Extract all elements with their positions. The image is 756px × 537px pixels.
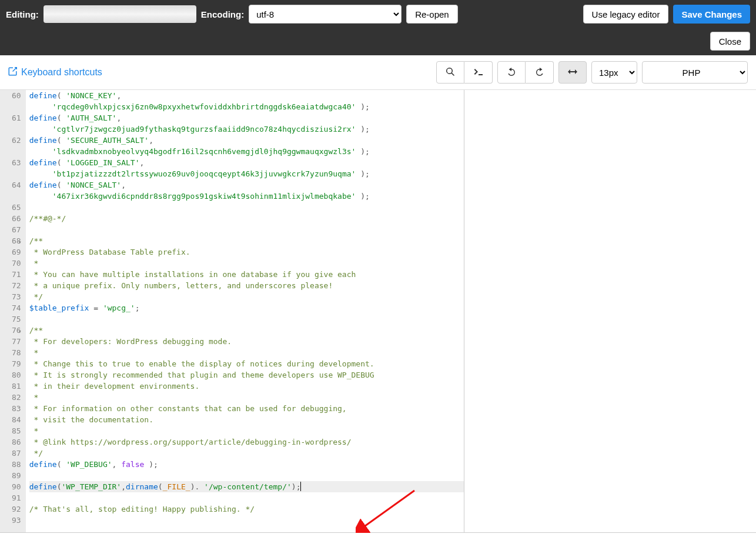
code-line[interactable]: * You can have multiple installations in…: [29, 269, 464, 280]
arrows-horizontal-icon: [568, 67, 577, 78]
wrap-toggle-button[interactable]: [558, 61, 587, 84]
code-line[interactable]: * a unique prefix. Only numbers, letters…: [29, 280, 464, 291]
code-line[interactable]: 'rqcdeg0vhlxpjcsxj6zn0w8pxyxhetwfoviddxh…: [29, 101, 464, 112]
close-button[interactable]: Close: [710, 32, 750, 51]
editing-path-input[interactable]: [44, 5, 196, 23]
keyboard-shortcuts-label: Keyboard shortcuts: [21, 67, 102, 78]
language-select[interactable]: PHP: [642, 61, 748, 84]
editing-label: Editing:: [6, 9, 39, 19]
external-link-icon: [8, 66, 18, 78]
code-line[interactable]: *: [29, 347, 464, 358]
code-line[interactable]: [29, 313, 464, 325]
code-line[interactable]: * For developers: WordPress debugging mo…: [29, 336, 464, 347]
code-line[interactable]: define( 'WP_DEBUG', false );: [29, 459, 464, 470]
code-line[interactable]: /**: [29, 235, 464, 246]
code-line[interactable]: 'bt1pzjatizzzdt2lrtssywuoz69uv0jooqcqeyp…: [29, 168, 464, 179]
topbar: Editing: Encoding: utf-8 Re-open Use leg…: [0, 0, 756, 55]
code-area[interactable]: define( 'NONCE_KEY', 'rqcdeg0vhlxpjcsxj6…: [26, 90, 464, 532]
code-line[interactable]: define( 'SECURE_AUTH_SALT',: [29, 135, 464, 146]
code-line[interactable]: *: [29, 258, 464, 269]
code-line[interactable]: $table_prefix = 'wpcg_';: [29, 302, 464, 313]
code-line[interactable]: * For information on other constants tha…: [29, 403, 464, 414]
encoding-select[interactable]: utf-8: [249, 5, 402, 24]
code-line[interactable]: define( 'AUTH_SALT',: [29, 112, 464, 124]
code-line[interactable]: * visit the documentation.: [29, 414, 464, 425]
search-icon: [446, 67, 455, 78]
code-line[interactable]: [29, 470, 464, 481]
keyboard-shortcuts-link[interactable]: Keyboard shortcuts: [8, 66, 102, 78]
code-line[interactable]: */: [29, 448, 464, 459]
undo-button[interactable]: [497, 61, 526, 84]
redo-button[interactable]: [526, 61, 554, 84]
code-line[interactable]: * It is strongly recommended that plugin…: [29, 369, 464, 381]
editor-toolbar: Keyboard shortcuts 13px PHP: [0, 55, 756, 90]
line-gutter: 60 61 62 63 64 65666768▾6970717273747576…: [0, 90, 26, 532]
code-line[interactable]: [29, 224, 464, 235]
terminal-button[interactable]: [464, 61, 493, 84]
code-line[interactable]: 'cgtlvr7jzwgcz0juad9fythaskq9tgurzsfaaii…: [29, 124, 464, 135]
search-button[interactable]: [436, 61, 464, 84]
redo-icon: [535, 67, 544, 78]
code-line[interactable]: * @link https://wordpress.org/support/ar…: [29, 436, 464, 448]
code-line[interactable]: define( 'LOGGED_IN_SALT',: [29, 157, 464, 168]
undo-icon: [507, 67, 516, 78]
code-line[interactable]: [29, 492, 464, 503]
terminal-icon: [474, 67, 483, 78]
legacy-editor-button[interactable]: Use legacy editor: [583, 5, 669, 24]
encoding-label: Encoding:: [201, 9, 244, 19]
code-line[interactable]: define( 'NONCE_SALT',: [29, 179, 464, 191]
code-line[interactable]: /**#@-*/: [29, 213, 464, 224]
code-line[interactable]: 'lsdkvadmbxnobyeolvyq4bgodfr16il2sqcnh6v…: [29, 146, 464, 157]
code-line[interactable]: define('WP_TEMP_DIR',dirname(_FILE_). '/…: [29, 481, 464, 492]
code-line[interactable]: '467ixr36kgwvdi6cpnddr8s8rgg9pos91gskiw4…: [29, 191, 464, 202]
code-line[interactable]: * in their development environments.: [29, 381, 464, 392]
save-changes-button[interactable]: Save Changes: [673, 5, 750, 24]
code-line[interactable]: [29, 515, 464, 526]
code-editor[interactable]: 60 61 62 63 64 65666768▾6970717273747576…: [0, 90, 464, 532]
code-line[interactable]: * WordPress Database Table prefix.: [29, 246, 464, 258]
code-line[interactable]: /* That's all, stop editing! Happy publi…: [29, 503, 464, 515]
code-line[interactable]: *: [29, 392, 464, 403]
reopen-button[interactable]: Re-open: [406, 5, 458, 24]
code-line[interactable]: /**: [29, 325, 464, 336]
code-line[interactable]: */: [29, 291, 464, 302]
editor-wrap: 60 61 62 63 64 65666768▾6970717273747576…: [0, 90, 756, 533]
font-size-select[interactable]: 13px: [591, 61, 637, 84]
code-line[interactable]: *: [29, 425, 464, 436]
code-line[interactable]: define( 'NONCE_KEY',: [29, 90, 464, 101]
code-line[interactable]: [29, 202, 464, 213]
code-line[interactable]: * Change this to true to enable the disp…: [29, 358, 464, 369]
